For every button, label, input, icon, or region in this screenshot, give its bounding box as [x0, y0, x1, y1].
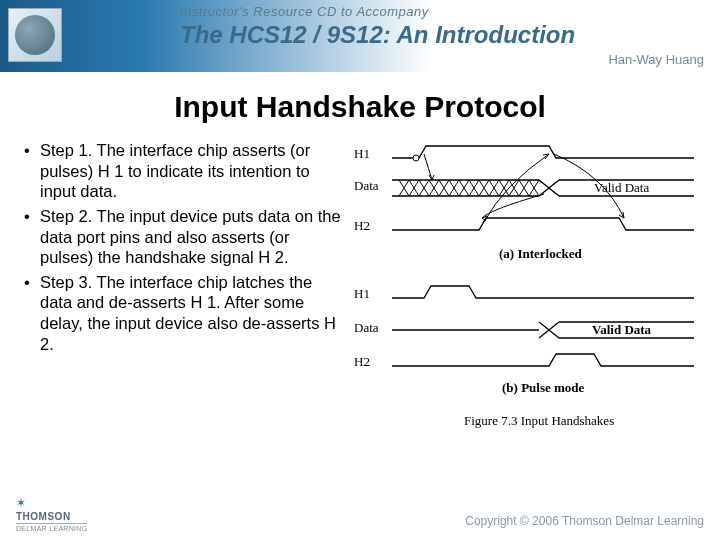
list-item: •Step 3. The interface chip latches the … [24, 272, 346, 355]
signal-label-data-b: Data [354, 320, 379, 335]
diagram-svg: H1 Data [354, 140, 704, 450]
header-logo [8, 4, 128, 68]
signal-label-h2-b: H2 [354, 354, 370, 369]
signal-label-h1-b: H1 [354, 286, 370, 301]
resource-line: Instructor's Resource CD to Accompany [180, 4, 575, 19]
delmar-label: DELMAR LEARNING [16, 525, 87, 532]
svg-point-0 [413, 155, 419, 161]
caption-b: (b) Pulse mode [502, 380, 585, 395]
author-name: Han-Way Huang [608, 52, 704, 67]
figure-caption: Figure 7.3 Input Handshakes [464, 413, 614, 428]
step-text: Step 3. The interface chip latches the d… [40, 272, 346, 355]
list-item: •Step 2. The input device puts data on t… [24, 206, 346, 268]
header-title-block: Instructor's Resource CD to Accompany Th… [180, 4, 575, 49]
signal-label-h1-a: H1 [354, 146, 370, 161]
caption-a: (a) Interlocked [499, 246, 582, 261]
step-text: Step 2. The input device puts data on th… [40, 206, 346, 268]
steps-list: •Step 1. The interface chip asserts (or … [16, 140, 346, 454]
step-text: Step 1. The interface chip asserts (or p… [40, 140, 346, 202]
star-icon: ✶ [16, 496, 26, 510]
book-title: The HCS12 / 9S12: An Introduction [180, 21, 575, 49]
valid-data-label-b: Valid Data [592, 322, 652, 337]
valid-data-label-a: Valid Data [594, 180, 649, 195]
globe-icon [8, 8, 62, 62]
thomson-label: THOMSON [16, 511, 87, 524]
copyright-text: Copyright © 2006 Thomson Delmar Learning [465, 514, 704, 528]
content-area: •Step 1. The interface chip asserts (or … [0, 140, 720, 454]
publisher-logo: ✶ THOMSON DELMAR LEARNING [16, 493, 87, 532]
list-item: •Step 1. The interface chip asserts (or … [24, 140, 346, 202]
signal-label-h2-a: H2 [354, 218, 370, 233]
timing-diagram: H1 Data [346, 140, 704, 454]
slide-title: Input Handshake Protocol [0, 90, 720, 124]
slide-header: Instructor's Resource CD to Accompany Th… [0, 0, 720, 72]
signal-label-data-a: Data [354, 178, 379, 193]
